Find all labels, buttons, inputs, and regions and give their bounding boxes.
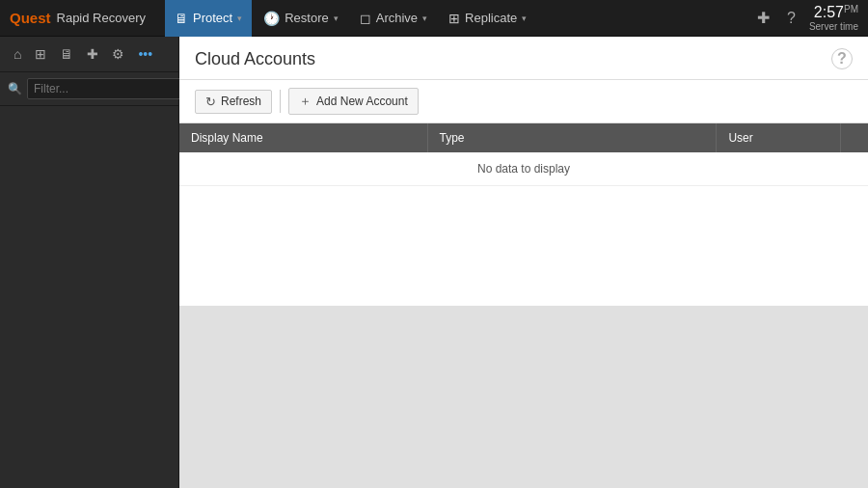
topbar: Quest Rapid Recovery 🖥 Protect ▾ 🕐 Resto… — [0, 0, 868, 37]
nav-label-archive: Archive — [376, 11, 418, 25]
nav-item-protect[interactable]: 🖥 Protect ▾ — [165, 0, 252, 37]
nav-item-restore[interactable]: 🕐 Restore ▾ — [254, 0, 348, 37]
content-area: Cloud Accounts ? ↻ Refresh ＋ Add New Acc… — [179, 37, 868, 488]
toolbar-separator — [280, 90, 281, 113]
home-icon[interactable]: ⌂ — [10, 44, 25, 64]
time-label: Server time — [809, 21, 858, 33]
page-help-icon[interactable]: ? — [831, 48, 853, 69]
page-title: Cloud Accounts — [195, 49, 315, 69]
replicate-chevron-icon: ▾ — [522, 14, 527, 23]
logo-area: Quest Rapid Recovery — [10, 10, 146, 26]
nav-item-archive[interactable]: ◻ Archive ▾ — [350, 0, 437, 37]
refresh-button[interactable]: ↻ Refresh — [195, 90, 272, 114]
search-icon: 🔍 — [8, 82, 22, 95]
settings-icon[interactable]: ⚙ — [108, 44, 128, 64]
main-layout: ⌂ ⊞ 🖥 ✚ ⚙ ••• 🔍 ⇅ Cloud Accounts ? ↻ Ref… — [0, 37, 868, 488]
nav-label-restore: Restore — [285, 11, 329, 25]
add-sidebar-icon[interactable]: ✚ — [83, 44, 102, 64]
table-body: No data to display — [179, 152, 868, 186]
protect-icon: 🖥 — [175, 11, 188, 26]
empty-message: No data to display — [179, 152, 868, 186]
toolbar: ↻ Refresh ＋ Add New Account — [179, 80, 868, 123]
replicate-icon: ⊞ — [448, 11, 460, 26]
add-icon: ＋ — [299, 93, 312, 110]
nav-items: 🖥 Protect ▾ 🕐 Restore ▾ ◻ Archive ▾ ⊞ Re… — [165, 0, 753, 37]
nav-item-replicate[interactable]: ⊞ Replicate ▾ — [439, 0, 536, 37]
logo-quest: Quest — [10, 10, 51, 26]
cloud-accounts-table: Display Name Type User No data to displa… — [179, 123, 868, 186]
sidebar: ⌂ ⊞ 🖥 ✚ ⚙ ••• 🔍 ⇅ — [0, 37, 179, 488]
content-body — [179, 306, 868, 488]
refresh-icon: ↻ — [205, 95, 216, 109]
topbar-right: ✚ ? 2:57PM Server time — [753, 3, 858, 33]
add-label: Add New Account — [316, 95, 408, 108]
restore-icon: 🕐 — [263, 11, 280, 26]
refresh-label: Refresh — [221, 95, 261, 108]
restore-chevron-icon: ▾ — [334, 14, 339, 23]
col-header-actions — [840, 123, 868, 152]
sidebar-icon-bar: ⌂ ⊞ 🖥 ✚ ⚙ ••• — [0, 37, 178, 72]
empty-row: No data to display — [179, 152, 868, 186]
time-hour: 2:57PM — [814, 6, 858, 20]
table-container: Display Name Type User No data to displa… — [179, 123, 868, 306]
monitor-icon[interactable]: 🖥 — [56, 44, 77, 64]
table-header: Display Name Type User — [179, 123, 868, 152]
col-header-type: Type — [427, 123, 717, 152]
filter-input[interactable] — [27, 78, 185, 99]
help-icon[interactable]: ? — [783, 6, 800, 31]
plus-icon[interactable]: ✚ — [753, 5, 773, 31]
machines-icon[interactable]: ⊞ — [31, 44, 50, 64]
col-header-display-name: Display Name — [179, 123, 427, 152]
more-icon[interactable]: ••• — [134, 44, 156, 64]
archive-chevron-icon: ▾ — [422, 14, 427, 23]
nav-label-protect: Protect — [193, 11, 232, 25]
col-header-user: User — [717, 123, 841, 152]
time-display: 2:57PM Server time — [809, 3, 858, 33]
content-header: Cloud Accounts ? — [179, 37, 868, 80]
logo-product: Rapid Recovery — [57, 11, 147, 25]
protect-chevron-icon: ▾ — [237, 14, 242, 23]
sidebar-search: 🔍 ⇅ — [0, 72, 178, 106]
archive-icon: ◻ — [360, 11, 371, 26]
add-account-button[interactable]: ＋ Add New Account — [288, 88, 419, 115]
nav-label-replicate: Replicate — [465, 11, 517, 25]
